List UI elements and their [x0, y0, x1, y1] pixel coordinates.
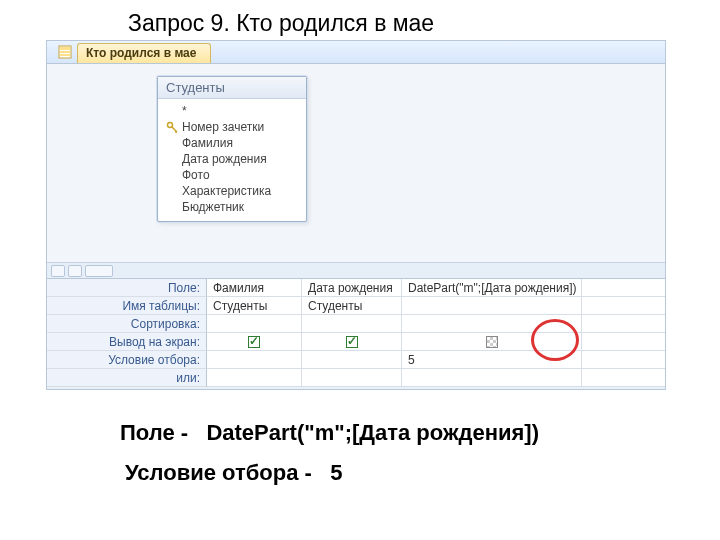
field-icon [166, 185, 178, 197]
tab-label: Кто родился в мае [86, 46, 196, 60]
field-icon [166, 137, 178, 149]
show-checkbox[interactable] [346, 336, 358, 348]
svg-rect-3 [60, 54, 70, 56]
qbe-cell[interactable]: Дата рождения [302, 279, 402, 297]
qbe-cell[interactable] [582, 315, 666, 333]
qbe-cell[interactable] [207, 351, 302, 369]
svg-rect-2 [60, 51, 70, 53]
field-label: Дата рождения [182, 152, 267, 166]
qbe-cell[interactable] [402, 333, 582, 351]
query-design-surface[interactable]: Студенты * Номер зачеткиФамилияДата рожд… [47, 64, 665, 279]
qbe-cell[interactable]: Фамилия [207, 279, 302, 297]
field-label: Фото [182, 168, 210, 182]
caption-criteria: Условие отбора - 5 [125, 460, 342, 486]
qbe-cell[interactable]: 5 [402, 351, 582, 369]
caption-field: Поле - DatePart("m";[Дата рождения]) [120, 420, 539, 446]
qbe-cell[interactable] [302, 315, 402, 333]
table-field[interactable]: Номер зачетки [164, 119, 300, 135]
qbe-cell[interactable]: DatePart("m";[Дата рождения]) [402, 279, 582, 297]
field-label: Фамилия [182, 136, 233, 150]
table-field[interactable]: Фамилия [164, 135, 300, 151]
slide-title: Запрос 9. Кто родился в мае [128, 10, 434, 37]
field-icon [166, 169, 178, 181]
qbe-cell[interactable] [302, 333, 402, 351]
show-checkbox[interactable] [248, 336, 260, 348]
show-checkbox[interactable] [486, 336, 498, 348]
table-students[interactable]: Студенты * Номер зачеткиФамилияДата рожд… [157, 76, 307, 222]
qbe-grid[interactable]: Поле:ФамилияДата рожденияDatePart("m";[Д… [47, 279, 665, 387]
svg-line-5 [172, 127, 178, 133]
qbe-cell[interactable] [207, 369, 302, 387]
qbe-row-label-table: Имя таблицы: [47, 297, 207, 315]
qbe-cell[interactable] [402, 315, 582, 333]
qbe-cell[interactable] [402, 297, 582, 315]
qbe-cell[interactable] [302, 351, 402, 369]
table-field[interactable]: Характеристика [164, 183, 300, 199]
field-label: Бюджетник [182, 200, 244, 214]
qbe-cell[interactable]: Студенты [302, 297, 402, 315]
qbe-row-label-sort: Сортировка: [47, 315, 207, 333]
qbe-cell[interactable] [402, 369, 582, 387]
field-star[interactable]: * [164, 103, 300, 119]
table-field[interactable]: Дата рождения [164, 151, 300, 167]
view-mode-icon[interactable] [85, 265, 113, 277]
qbe-row-label-show: Вывод на экран: [47, 333, 207, 351]
scroll-left-icon[interactable] [51, 265, 65, 277]
table-field[interactable]: Бюджетник [164, 199, 300, 215]
design-scrollbar[interactable] [47, 262, 665, 278]
qbe-cell[interactable] [582, 333, 666, 351]
table-field-list: * Номер зачеткиФамилияДата рожденияФотоХ… [158, 99, 306, 221]
qbe-cell[interactable]: Студенты [207, 297, 302, 315]
qbe-cell[interactable] [582, 351, 666, 369]
access-window: Кто родился в мае Студенты * Номер зачет… [46, 40, 666, 390]
field-label: Номер зачетки [182, 120, 264, 134]
qbe-cell[interactable] [582, 369, 666, 387]
qbe-cell[interactable] [302, 369, 402, 387]
primary-key-icon [166, 121, 178, 133]
qbe-row-label-or: или: [47, 369, 207, 387]
qbe-cell[interactable] [582, 297, 666, 315]
table-field[interactable]: Фото [164, 167, 300, 183]
query-icon [57, 44, 73, 60]
qbe-cell[interactable] [582, 279, 666, 297]
field-icon [166, 153, 178, 165]
svg-rect-1 [60, 47, 70, 50]
table-title: Студенты [158, 77, 306, 99]
qbe-cell[interactable] [207, 315, 302, 333]
scroll-right-icon[interactable] [68, 265, 82, 277]
field-icon [166, 201, 178, 213]
qbe-row-label-field: Поле: [47, 279, 207, 297]
qbe-cell[interactable] [207, 333, 302, 351]
document-tab-bar: Кто родился в мае [47, 41, 665, 64]
qbe-row-label-criteria: Условие отбора: [47, 351, 207, 369]
field-label: Характеристика [182, 184, 271, 198]
document-tab[interactable]: Кто родился в мае [77, 43, 211, 63]
field-label: * [182, 104, 187, 118]
